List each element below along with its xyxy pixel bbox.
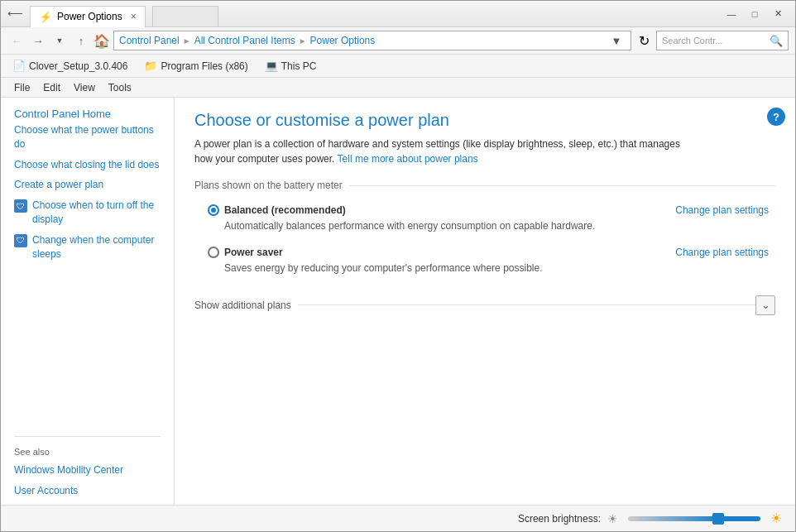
sidebar-link-create-plan[interactable]: Create a power plan (1, 175, 174, 195)
menu-edit[interactable]: Edit (36, 80, 67, 95)
sidebar-link-turn-off-display[interactable]: 🛡 Choose when to turn off the display (1, 195, 174, 230)
shield2-icon: 🛡 (14, 234, 27, 247)
sun-low-icon: ☀ (607, 512, 618, 525)
show-additional-label: Show additional plans (194, 300, 298, 311)
tab-title: Power Options (57, 11, 122, 22)
show-additional-plans: Show additional plans ⌄ (194, 295, 775, 315)
brightness-slider[interactable] (628, 516, 760, 521)
menu-file[interactable]: File (7, 80, 36, 95)
section-divider (349, 185, 775, 186)
file-icon: 📄 (12, 60, 26, 72)
help-button[interactable]: ? (767, 108, 785, 126)
tab-this-pc-label: This PC (281, 60, 317, 72)
inactive-tab[interactable] (152, 6, 218, 27)
main-window: ⟵ ⚡ Power Options × — □ ✕ ← → ▼ ↑ 🏠 Cont… (0, 0, 796, 532)
sidebar-link-power-buttons[interactable]: Choose what the power buttons do (1, 120, 174, 155)
breadcrumb-arrow-2: ► (299, 36, 307, 46)
breadcrumb-arrow-1: ► (183, 36, 191, 46)
tell-me-more-link[interactable]: Tell me more about power plans (338, 153, 478, 165)
sidebar-computer-sleeps-label[interactable]: Change when the computer sleeps (32, 233, 161, 261)
status-bar: Screen brightness: ☀ ☀ (1, 505, 795, 531)
back-button[interactable]: ← (7, 31, 26, 50)
plan-power-saver-header: Power saver Change plan settings (208, 247, 775, 258)
title-bar: ⟵ ⚡ Power Options × — □ ✕ (1, 1, 795, 27)
tab-program-files[interactable]: 📁 Program Files (x86) (139, 58, 252, 74)
forward-button[interactable]: → (29, 31, 47, 50)
see-also-label: See also (1, 443, 174, 460)
breadcrumb-segment-2[interactable]: All Control Panel Items (194, 35, 295, 46)
tab-close-btn[interactable]: × (131, 11, 137, 22)
plan-item-balanced: Balanced (recommended) Change plan setti… (194, 198, 775, 240)
search-placeholder: Search Contr... (662, 36, 722, 46)
recent-pages-button[interactable]: ▼ (50, 31, 69, 50)
sidebar-user-accounts[interactable]: User Accounts (1, 481, 174, 501)
tab-clover-setup[interactable]: 📄 Clover_Setup_3.0.406 (7, 58, 132, 74)
tab-this-pc[interactable]: 💻 This PC (260, 58, 322, 74)
brightness-label: Screen brightness: (518, 513, 601, 525)
folder-yellow-icon: 📁 (144, 60, 157, 72)
show-additional-button[interactable]: ⌄ (755, 295, 775, 315)
active-tab[interactable]: ⚡ Power Options × (30, 6, 146, 27)
search-box[interactable]: Search Contr... 🔍 (656, 31, 789, 50)
sidebar-link-computer-sleeps[interactable]: 🛡 Change when the computer sleeps (1, 230, 174, 265)
nav-arrow-icon: ⟵ (7, 7, 23, 20)
sidebar-turn-off-display-label[interactable]: Choose when to turn off the display (32, 199, 161, 227)
breadcrumb-segment-1[interactable]: Control Panel (119, 35, 180, 46)
refresh-button[interactable]: ↻ (635, 31, 653, 50)
menu-view[interactable]: View (67, 80, 102, 95)
sidebar-link-closing-lid[interactable]: Choose what closing the lid does (1, 155, 174, 175)
computer-icon: 💻 (265, 60, 278, 72)
minimize-button[interactable]: — (721, 6, 742, 22)
address-path: Control Panel ► All Control Panel Items … (119, 35, 607, 46)
address-dropdown-button[interactable]: ▼ (607, 31, 626, 50)
plan-item-power-saver: Power saver Change plan settings Saves e… (194, 240, 775, 282)
search-icon[interactable]: 🔍 (770, 35, 783, 47)
up-button[interactable]: ↑ (72, 31, 90, 50)
content-area: ? Choose or customise a power plan A pow… (175, 98, 795, 505)
maximize-button[interactable]: □ (744, 6, 765, 22)
address-box[interactable]: Control Panel ► All Control Panel Items … (113, 31, 631, 50)
show-additional-line (298, 304, 755, 305)
radio-balanced[interactable] (208, 204, 219, 216)
plan-power-saver-description: Saves energy by reducing your computer's… (224, 261, 775, 276)
browser-tabs-row: 📄 Clover_Setup_3.0.406 📁 Program Files (… (1, 55, 795, 78)
section-title: Plans shown on the battery meter (194, 180, 775, 191)
sun-high-icon: ☀ (770, 510, 782, 526)
tab-clover-label: Clover_Setup_3.0.406 (29, 60, 127, 72)
plan-power-saver-label: Power saver (208, 247, 283, 258)
menu-tools[interactable]: Tools (102, 80, 138, 95)
sidebar-mobility-center[interactable]: Windows Mobility Center (1, 460, 174, 481)
section-label: Plans shown on the battery meter (194, 180, 343, 191)
close-button[interactable]: ✕ (767, 6, 789, 22)
plan-power-saver-change-link[interactable]: Change plan settings (675, 247, 775, 258)
brightness-thumb[interactable] (712, 513, 724, 525)
plan-balanced-label: Balanced (recommended) (208, 204, 346, 216)
plan-power-saver-name: Power saver (224, 247, 283, 258)
page-title: Choose or customise a power plan (194, 111, 775, 130)
address-bar-area: ← → ▼ ↑ 🏠 Control Panel ► All Control Pa… (1, 27, 795, 55)
power-icon: ⚡ (39, 11, 52, 23)
shield-icon: 🛡 (14, 199, 27, 213)
plan-balanced-name: Balanced (recommended) (224, 204, 346, 216)
plan-balanced-change-link[interactable]: Change plan settings (675, 204, 775, 216)
title-bar-left: ⟵ ⚡ Power Options × (7, 1, 218, 27)
plan-balanced-description: Automatically balances performance with … (224, 219, 775, 233)
radio-power-saver[interactable] (208, 247, 219, 258)
title-bar-controls: — □ ✕ (721, 6, 789, 22)
menu-bar: File Edit View Tools (1, 78, 795, 98)
plan-balanced-header: Balanced (recommended) Change plan setti… (208, 204, 775, 216)
main-layout: Control Panel Home Choose what the power… (1, 98, 795, 505)
breadcrumb-segment-3[interactable]: Power Options (310, 35, 376, 46)
folder-icon: 🏠 (94, 33, 110, 49)
tab-program-files-label: Program Files (x86) (161, 60, 247, 72)
sidebar-divider (14, 436, 161, 437)
sidebar: Control Panel Home Choose what the power… (1, 98, 175, 505)
page-description: A power plan is a collection of hardware… (194, 137, 691, 166)
